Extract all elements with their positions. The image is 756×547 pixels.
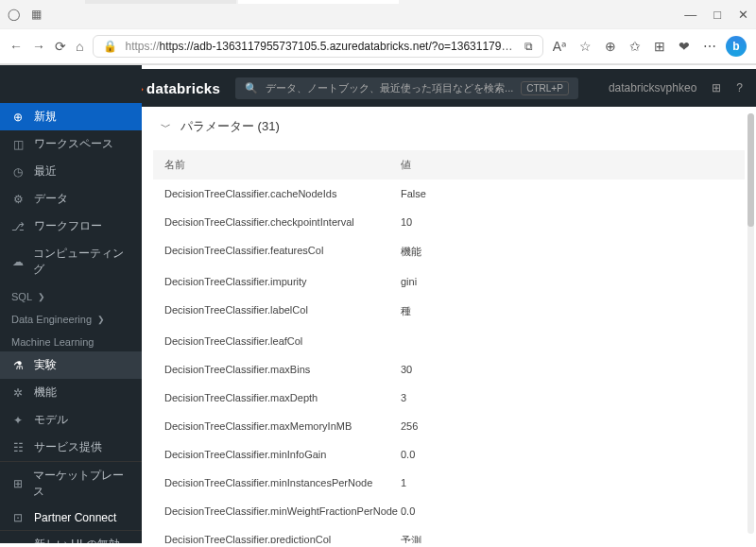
sidebar-section-data-engineering[interactable]: Data Engineering❯ <box>0 306 142 329</box>
param-value <box>401 335 733 347</box>
column-header-value: 値 <box>401 158 733 172</box>
table-header: 名前 値 <box>153 150 745 179</box>
chevron-right-icon: ❯ <box>38 292 45 301</box>
search-icon: 🔍 <box>245 82 258 94</box>
param-value: 3 <box>401 392 733 403</box>
param-name: DecisionTreeClassifier.minInfoGain <box>164 449 401 460</box>
sidebar-item-partner-connect[interactable]: ⊡Partner Connect <box>0 505 142 530</box>
chevron-down-icon: ﹀ <box>161 120 171 134</box>
param-value: 種 <box>401 304 733 318</box>
heart-icon[interactable]: ❤ <box>679 39 690 54</box>
table-row: DecisionTreeClassifier.featuresCol機能 <box>153 236 745 267</box>
param-name: DecisionTreeClassifier.maxDepth <box>164 392 401 403</box>
refresh-button[interactable]: ⟳ <box>55 39 66 54</box>
extensions-icon[interactable]: ⊞ <box>654 39 665 54</box>
param-value: 256 <box>401 420 733 432</box>
sidebar-item-label: コンピューティング <box>33 246 130 278</box>
parameters-section-header[interactable]: ﹀ パラメーター (31) <box>153 112 745 141</box>
back-button[interactable]: ← <box>9 39 23 54</box>
sidebar-item-label: 新しい UI の無効化 <box>34 537 130 543</box>
sidebar-item-recent[interactable]: ◷最近 <box>0 158 142 185</box>
table-row: DecisionTreeClassifier.maxBins30 <box>153 355 745 384</box>
browser-tab-hyperopt[interactable]: ◆ Hyperopt - Databricks × <box>85 0 236 4</box>
profile-icon[interactable]: ◯ <box>8 8 20 21</box>
new-label: 新規 <box>34 109 57 125</box>
marketplace-icon: ⊞ <box>11 477 24 490</box>
param-value: 0.0 <box>401 449 733 460</box>
sidebar-item-models[interactable]: ✦モデル <box>0 406 142 434</box>
sidebar-section-sql[interactable]: SQL❯ <box>0 283 142 306</box>
param-value: 予測 <box>401 534 733 543</box>
forward-button[interactable]: → <box>32 39 45 54</box>
more-icon[interactable]: ⋯ <box>703 39 716 54</box>
minimize-button[interactable]: ― <box>684 8 696 22</box>
new-button[interactable]: ⊕ 新規 <box>0 103 142 130</box>
param-name: DecisionTreeClassifier.cacheNodeIds <box>164 188 401 199</box>
read-aloud-icon[interactable]: Aᵃ <box>553 39 566 54</box>
scrollbar-thumb[interactable] <box>747 113 754 227</box>
workflow-icon: ⎇ <box>11 220 25 233</box>
workspace-icon: ◫ <box>11 138 25 151</box>
chevron-right-icon: ❯ <box>97 315 105 324</box>
sidebar-item-label: 機能 <box>34 385 57 401</box>
search-placeholder: データ、ノートブック、最近使った項目などを検索... <box>266 81 513 95</box>
models-icon: ✦ <box>11 414 25 427</box>
close-window-button[interactable]: ✕ <box>738 8 748 22</box>
sidebar-item-features[interactable]: ✲機能 <box>0 379 142 406</box>
partner-icon: ⊡ <box>11 511 25 524</box>
sidebar-item-label: ワークスペース <box>34 136 113 152</box>
param-name: DecisionTreeClassifier.maxMemoryInMB <box>164 420 401 432</box>
table-row: DecisionTreeClassifier.leafCol <box>153 327 745 355</box>
global-search[interactable]: 🔍 データ、ノートブック、最近使った項目などを検索... CTRL+P <box>235 77 578 99</box>
url-text: https://https://adb-1363117955737105.5.a… <box>125 40 516 53</box>
sidebar-item-workspace[interactable]: ◫ワークスペース <box>0 130 142 158</box>
home-button[interactable]: ⌂ <box>76 39 83 54</box>
help-icon[interactable]: ? <box>736 81 743 94</box>
param-value: 10 <box>401 216 733 228</box>
bing-button[interactable]: b <box>726 36 747 57</box>
collections-icon[interactable]: ⊕ <box>605 39 616 54</box>
param-name: DecisionTreeClassifier.impurity <box>164 276 401 287</box>
workspaces-icon[interactable]: ▦ <box>31 8 42 21</box>
sidebar-item-workflows[interactable]: ⎇ワークフロー <box>0 213 142 240</box>
sidebar-item-marketplace[interactable]: ⊞マーケットプレース <box>0 462 142 505</box>
param-name: DecisionTreeClassifier.checkpointInterva… <box>164 216 401 228</box>
sidebar-item-compute[interactable]: ☁コンピューティング <box>0 240 142 283</box>
param-name: DecisionTreeClassifier.featuresCol <box>164 245 401 259</box>
vertical-scrollbar[interactable] <box>747 113 754 534</box>
address-bar[interactable]: 🔒 https://https://adb-1363117955737105.5… <box>93 35 542 58</box>
features-icon: ✲ <box>11 386 25 400</box>
column-header-name: 名前 <box>164 158 401 172</box>
new-tab-button[interactable]: ＋ <box>404 0 430 4</box>
section-title: パラメーター (31) <box>180 118 280 135</box>
favorite-icon[interactable]: ☆ <box>579 39 592 54</box>
data-icon: ⚙ <box>11 193 25 206</box>
flask-icon: ⚗ <box>11 359 25 372</box>
sidebar-item-label: 実験 <box>34 357 57 373</box>
workspace-name[interactable]: databricksvphkeo <box>609 81 696 94</box>
param-value: 30 <box>401 364 733 375</box>
sidebar-item-serving[interactable]: ☷サービス提供 <box>0 434 142 461</box>
maximize-button[interactable]: □ <box>713 8 721 22</box>
compute-icon: ☁ <box>11 255 24 268</box>
sidebar-item-label: ワークフロー <box>34 218 102 234</box>
sidebar-item-label: Partner Connect <box>34 511 116 524</box>
sidebar: ⊕ 新規 ◫ワークスペース ◷最近 ⚙データ ⎇ワークフロー ☁コンピューティン… <box>0 65 142 543</box>
favorites-bar-icon[interactable]: ✩ <box>629 39 641 54</box>
table-row: DecisionTreeClassifier.maxDepth3 <box>153 384 745 412</box>
sidebar-item-experiments[interactable]: ⚗実験 <box>0 351 142 379</box>
param-name: DecisionTreeClassifier.predictionCol <box>164 534 401 543</box>
browser-tab-mlflow-run[interactable]: ◉ abundant-bird-366 - MLflow Run × <box>238 0 399 4</box>
sidebar-item-data[interactable]: ⚙データ <box>0 185 142 213</box>
table-row: DecisionTreeClassifier.minInfoGain0.0 <box>153 440 745 469</box>
table-row: DecisionTreeClassifier.cacheNodeIdsFalse <box>153 179 745 208</box>
serving-icon: ☷ <box>11 441 25 454</box>
copy-icon[interactable]: ⧉ <box>524 40 533 53</box>
sidebar-item-disable-new-ui[interactable]: ↻新しい UI の無効化 <box>0 531 142 543</box>
main-content: ﹀ パラメーター (31) 名前 値 DecisionTreeClassifie… <box>142 65 756 543</box>
gift-icon[interactable]: ⊞ <box>712 81 721 94</box>
table-row: DecisionTreeClassifier.minInstancesPerNo… <box>153 469 745 497</box>
param-value: 0.0 <box>401 505 733 517</box>
sidebar-item-label: マーケットプレース <box>33 468 130 500</box>
table-row: DecisionTreeClassifier.predictionCol予測 <box>153 525 745 543</box>
